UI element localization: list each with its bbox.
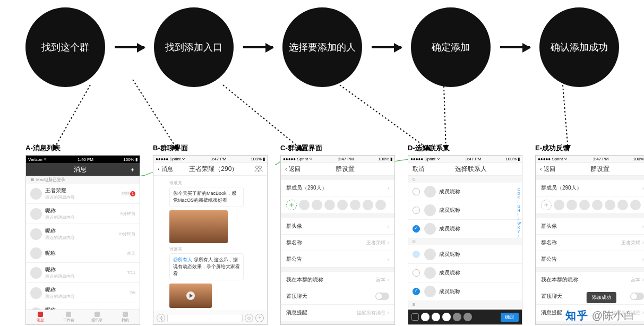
device-banner[interactable]: 🖥Mac电脑已登录 [26,176,140,184]
radio-icon[interactable] [413,251,420,258]
sender-name: 谁谁亮 [169,246,264,252]
chat-list-item[interactable]: 王者荣耀最近的消息内容刚刚1 [26,184,140,204]
chat-list-item[interactable]: 昵称最近的消息内容7/9 [26,283,140,303]
contact-row[interactable]: 成员昵称 [408,282,522,301]
chat-list-item[interactable]: 昵称最近的消息内容5分钟前 [26,204,140,224]
alpha-letter[interactable]: J [517,217,521,221]
alpha-letter[interactable]: F [517,200,521,204]
alpha-index[interactable]: CDEFGHIJWXYZ [517,187,521,238]
voice-button[interactable]: ›) [157,314,165,322]
alpha-letter[interactable]: G [517,204,521,208]
video-attachment[interactable] [169,284,212,308]
more-button[interactable]: ＋ [255,314,264,322]
alpha-letter[interactable]: X [517,226,521,229]
shot-e: E-成功反馈 ●●●●● Sprint ᯤ 3:47 PM 100% ▮ ‹ 返… [535,143,644,325]
chat-list-item[interactable]: 昵称昨天 [26,244,140,263]
avatar[interactable] [153,186,153,195]
cell-group-name[interactable]: 群名称王者荣耀› [536,235,644,251]
message: 谁谁亮 你今天买了新的MacBook，感觉MacOS的新壁纸很好看 [157,180,264,207]
avatar[interactable] [153,252,153,262]
group-settings-button[interactable] [254,165,263,174]
alpha-letter[interactable]: Y [517,230,521,234]
cell-group-notice[interactable]: 群公告› [536,251,644,268]
back-button[interactable]: ‹ 消息 [158,165,173,173]
image-message [157,210,264,243]
radio-icon[interactable] [413,288,420,295]
radio-icon[interactable] [413,225,420,233]
cell-group-avatar[interactable]: 群头像› [281,218,394,235]
cancel-button[interactable]: 取消 [413,165,424,173]
back-button[interactable]: ‹ 返回 [285,165,300,173]
member-avatar[interactable] [299,200,310,210]
switch-toggle[interactable] [375,293,389,300]
message-bubble[interactable]: 你今天买了新的MacBook，感觉MacOS的新壁纸很好看 [169,187,244,207]
tab-me[interactable]: 我的 [111,310,140,324]
cell-group-name[interactable]: 群名称王者荣耀› [281,235,394,251]
member-avatar[interactable] [350,200,360,210]
status-left: ●●●●● Sprint ᯤ [156,157,186,161]
cell-value: 宫本 [631,277,640,282]
selected-avatar[interactable] [463,313,472,321]
keyboard-icon[interactable] [411,313,419,321]
contact-row[interactable]: 成员昵称 [408,220,522,238]
alpha-letter[interactable]: D [517,192,521,195]
chat-body[interactable]: 谁谁亮 你今天买了新的MacBook，感觉MacOS的新壁纸很好看 谁谁亮 @所… [153,176,267,314]
alpha-letter[interactable]: C [517,187,521,191]
member-avatar[interactable] [363,200,373,210]
member-avatar[interactable] [312,200,322,210]
add-member-button[interactable]: ＋ [286,200,297,210]
emoji-button[interactable]: ☺ [245,314,253,322]
member-avatar[interactable] [554,200,564,210]
member-avatar[interactable] [605,200,615,210]
cell-members[interactable]: 群成员（290人）› [536,180,644,196]
contact-row[interactable]: 成员昵称 [408,183,522,201]
radio-icon[interactable] [413,188,420,195]
add-member-button[interactable]: ＋ [541,200,552,210]
tab-workbench[interactable]: 工作台 [55,310,83,324]
selected-avatar[interactable] [453,313,461,321]
alpha-letter[interactable]: Z [517,234,521,238]
statusbar: Verizon ᯤ 1:40 PM 100% ▮ [26,156,140,163]
cell-group-avatar[interactable]: 群头像› [536,218,644,235]
alpha-letter[interactable]: W [517,221,521,225]
cell-notify[interactable]: 消息提醒提醒所有消息› [281,305,394,321]
cell-my-nickname[interactable]: 我在本群的昵称宫本› [536,272,644,288]
contact-row[interactable]: 成员昵称 [408,245,522,264]
member-avatar[interactable] [375,200,386,210]
tab-messages[interactable]: 消息 [26,310,55,324]
chat-list-item[interactable]: 昵称最近的消息内容10分钟前 [26,224,140,244]
member-avatar[interactable] [324,200,335,210]
back-button[interactable]: ‹ 返回 [540,165,555,173]
selected-avatar[interactable] [421,313,430,321]
selected-avatar[interactable] [432,313,440,321]
avatar[interactable] [153,209,153,219]
member-avatar[interactable] [630,200,641,210]
tab-contacts[interactable]: 通讯录 [83,310,111,324]
radio-icon[interactable] [413,269,420,277]
contact-row[interactable]: 成员昵称 [408,264,522,282]
member-avatar[interactable] [592,200,603,210]
member-avatar[interactable] [617,200,628,210]
chevron-right-icon: › [642,185,644,191]
cell-members[interactable]: 群成员（290人）› [281,180,394,196]
confirm-button[interactable]: 确定 [501,313,519,322]
avatar[interactable] [153,282,153,292]
selected-avatar[interactable] [442,313,451,321]
member-avatar[interactable] [337,200,348,210]
cell-my-nickname[interactable]: 我在本群的昵称宫本› [281,272,394,288]
alpha-letter[interactable]: I [517,213,521,217]
message-bubble[interactable]: @所有人 @所有人 这么吊，据说有动态效果，录个屏给大家看看 [169,253,244,280]
alpha-letter[interactable]: H [517,209,521,212]
chat-list-item[interactable]: 昵称最近的消息内容7/11 [26,263,140,283]
member-avatar[interactable] [566,200,577,210]
cell-group-notice[interactable]: 群公告› [281,251,394,268]
switch-toggle[interactable] [630,293,644,300]
radio-icon[interactable] [413,207,420,214]
text-input[interactable] [167,314,243,322]
add-button[interactable]: ＋ [130,166,135,174]
cell-pin-chat[interactable]: 置顶聊天 [281,288,394,305]
contact-row[interactable]: 成员昵称 [408,201,522,220]
alpha-letter[interactable]: E [517,196,521,200]
image-attachment[interactable] [169,210,228,243]
member-avatar[interactable] [579,200,590,210]
